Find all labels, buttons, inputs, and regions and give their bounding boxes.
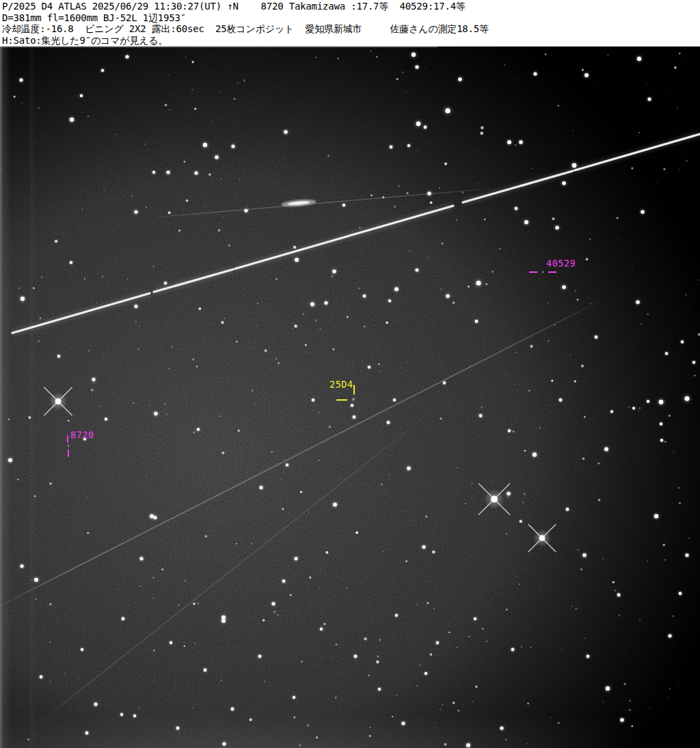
marked-object xyxy=(542,271,544,273)
bright-star-spiked xyxy=(491,496,498,503)
caption-bar: P/2025 D4 ATLAS 2025/06/29 11:30:27(UT) … xyxy=(0,0,700,46)
bright-star xyxy=(445,108,450,113)
bright-star xyxy=(533,453,537,457)
bright-star xyxy=(94,702,97,706)
bright-star xyxy=(134,210,137,213)
bright-star xyxy=(286,464,288,466)
bright-star xyxy=(133,714,136,717)
bright-star xyxy=(681,340,684,343)
bright-star xyxy=(632,407,635,410)
bright-star xyxy=(407,466,411,470)
bright-star xyxy=(139,557,143,560)
bright-star xyxy=(215,155,219,159)
bright-star xyxy=(282,580,286,583)
bright-star xyxy=(474,617,476,620)
top-edge-line xyxy=(0,46,438,48)
bright-star xyxy=(668,634,671,637)
bright-star xyxy=(620,718,624,722)
bright-star xyxy=(524,220,528,224)
bright-star xyxy=(120,713,123,716)
bright-star xyxy=(194,171,198,174)
bright-star xyxy=(222,742,226,745)
marker-label-25D4: 25D4 xyxy=(329,379,353,390)
bright-star xyxy=(610,410,613,413)
marker-label-8720: 8720 xyxy=(70,429,94,440)
bright-star xyxy=(500,726,503,730)
marked-object xyxy=(352,398,355,401)
bright-star xyxy=(244,209,247,212)
bright-star xyxy=(424,126,427,129)
bright-star xyxy=(559,399,563,402)
bright-star xyxy=(394,287,399,291)
bright-star xyxy=(479,414,483,418)
bottom-edge-glow-band xyxy=(0,712,700,748)
background-layer xyxy=(0,7,700,748)
bright-star xyxy=(122,617,125,621)
bright-star xyxy=(333,503,337,507)
bright-star xyxy=(660,423,662,425)
bright-star xyxy=(584,73,589,77)
bright-star xyxy=(508,429,511,432)
bright-star xyxy=(20,564,23,567)
bright-star xyxy=(641,210,645,214)
bright-star xyxy=(197,428,200,431)
bright-star xyxy=(164,282,167,284)
bright-star xyxy=(476,280,481,285)
bright-star xyxy=(378,688,381,691)
bright-star xyxy=(475,320,479,323)
bright-star xyxy=(446,294,450,298)
marker-label-40529: 40529 xyxy=(546,258,576,269)
bright-star xyxy=(57,355,60,358)
bright-star xyxy=(533,72,537,75)
bright-star xyxy=(81,648,83,651)
bright-star xyxy=(176,727,180,730)
bright-star xyxy=(436,641,439,644)
bright-star xyxy=(604,447,608,451)
bright-star xyxy=(134,304,137,308)
bright-star xyxy=(692,361,695,364)
bright-star xyxy=(511,648,515,652)
bright-star xyxy=(70,118,74,122)
bright-star xyxy=(679,592,682,596)
bright-star xyxy=(368,366,371,369)
caption-line-telescope: D=381mm fl=1600mm BJ-52L 1辺1953″ xyxy=(2,12,700,24)
bright-star xyxy=(665,352,668,355)
bright-star xyxy=(387,421,390,425)
bright-star xyxy=(166,170,170,174)
bright-star xyxy=(466,743,470,747)
bright-star xyxy=(422,545,425,548)
bright-star-spiked xyxy=(55,399,62,405)
bright-star-spiked xyxy=(539,535,546,542)
bright-star xyxy=(606,686,610,691)
bright-star xyxy=(21,297,25,301)
bright-star xyxy=(654,514,658,518)
bright-star xyxy=(659,400,664,405)
bright-star xyxy=(412,53,416,57)
bright-star xyxy=(519,140,523,144)
bright-star xyxy=(284,130,288,134)
bright-star xyxy=(351,404,353,407)
bright-star xyxy=(259,485,262,489)
bright-star xyxy=(587,655,590,658)
bright-star xyxy=(427,191,431,196)
bright-star xyxy=(19,78,23,81)
bright-star xyxy=(636,300,640,304)
bright-star xyxy=(92,377,95,381)
astro-image-frame: 25D4405298720 P/2025 D4 ATLAS 2025/06/29… xyxy=(0,0,700,748)
bright-star xyxy=(562,285,566,289)
bright-star xyxy=(395,614,398,617)
bright-star xyxy=(572,163,577,168)
bright-star xyxy=(101,69,104,72)
bright-star xyxy=(388,299,391,302)
bright-star xyxy=(204,669,207,672)
bright-star xyxy=(582,553,587,557)
bright-star xyxy=(415,65,418,68)
bright-star xyxy=(324,301,327,304)
bright-star xyxy=(507,492,511,496)
bright-star xyxy=(637,57,641,61)
bright-star xyxy=(105,418,107,420)
bright-star xyxy=(617,593,621,597)
bright-star xyxy=(332,269,336,273)
starfield-image: 25D4405298720 xyxy=(0,0,700,748)
bright-star xyxy=(685,553,688,557)
